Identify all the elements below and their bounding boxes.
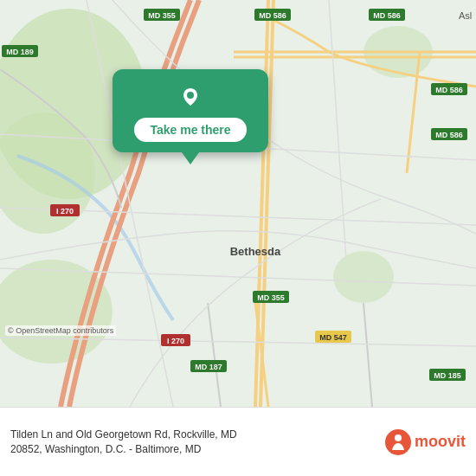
moovit-logo: moovit [385, 429, 466, 455]
location-popup: Take me there [113, 69, 268, 152]
svg-text:Asl: Asl [459, 10, 472, 21]
svg-text:I 270: I 270 [167, 337, 184, 345]
take-me-there-button[interactable]: Take me there [134, 118, 246, 142]
moovit-icon [385, 429, 411, 455]
svg-text:MD 187: MD 187 [195, 363, 222, 371]
svg-text:MD 189: MD 189 [6, 48, 34, 56]
osm-attribution: © OpenStreetMap contributors [5, 325, 116, 336]
svg-text:Bethesda: Bethesda [230, 245, 281, 258]
map-container: Bethesda MD 355 MD 586 MD 586 MD 189 MD … [0, 0, 476, 407]
svg-point-47 [187, 92, 194, 99]
location-pin-icon [175, 81, 206, 113]
svg-text:MD 355: MD 355 [148, 11, 176, 20]
svg-text:MD 547: MD 547 [319, 333, 347, 342]
bottom-bar: Tilden Ln and Old Georgetown Rd, Rockvil… [0, 407, 476, 476]
moovit-text: moovit [415, 433, 466, 451]
address-text: Tilden Ln and Old Georgetown Rd, Rockvil… [10, 428, 385, 457]
svg-point-5 [333, 251, 394, 303]
svg-text:MD 185: MD 185 [434, 371, 461, 380]
svg-text:MD 355: MD 355 [257, 293, 285, 302]
svg-text:MD 586: MD 586 [259, 11, 286, 20]
svg-text:I 270: I 270 [56, 207, 74, 215]
svg-point-49 [395, 434, 402, 441]
svg-text:MD 586: MD 586 [373, 11, 401, 20]
svg-text:MD 586: MD 586 [435, 131, 463, 139]
svg-point-48 [385, 429, 411, 455]
svg-text:MD 586: MD 586 [435, 86, 463, 94]
